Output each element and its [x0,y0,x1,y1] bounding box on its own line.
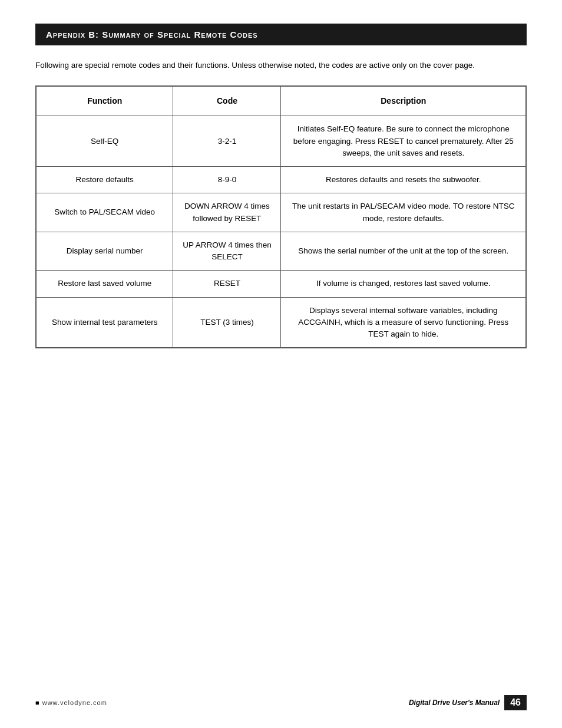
cell-description-1: Restores defaults and resets the subwoof… [281,167,526,193]
footer-website: www.velodyne.com [35,699,107,706]
remote-codes-table: Function Code Description Self-EQ3-2-1In… [35,85,527,348]
cell-function-1: Restore defaults [36,167,173,193]
cell-function-0: Self-EQ [36,116,173,167]
table-row: Restore defaults8-9-0Restores defaults a… [36,167,526,193]
cell-function-3: Display serial number [36,232,173,271]
table-row: Show internal test parametersTEST (3 tim… [36,297,526,348]
cell-function-5: Show internal test parameters [36,297,173,348]
column-header-description: Description [281,86,526,116]
cell-code-2: DOWN ARROW 4 times followed by RESET [173,193,281,232]
cell-description-5: Displays several internal software varia… [281,297,526,348]
appendix-title: Appendix B: Summary of Special Remote Co… [46,29,258,39]
intro-paragraph: Following are special remote codes and t… [35,60,527,71]
page-footer: www.velodyne.com Digital Drive User's Ma… [35,695,527,710]
cell-description-3: Shows the serial number of the unit at t… [281,232,526,271]
cell-code-0: 3-2-1 [173,116,281,167]
cell-code-4: RESET [173,271,281,297]
column-header-function: Function [36,86,173,116]
cell-description-2: The unit restarts in PAL/SECAM video mod… [281,193,526,232]
cell-function-2: Switch to PAL/SECAM video [36,193,173,232]
appendix-header: Appendix B: Summary of Special Remote Co… [35,24,527,45]
table-row: Restore last saved volumeRESETIf volume … [36,271,526,297]
column-header-code: Code [173,86,281,116]
cell-code-5: TEST (3 times) [173,297,281,348]
cell-description-0: Initiates Self-EQ feature. Be sure to co… [281,116,526,167]
cell-description-4: If volume is changed, restores last save… [281,271,526,297]
table-row: Self-EQ3-2-1Initiates Self-EQ feature. B… [36,116,526,167]
footer-manual-title: Digital Drive User's Manual [409,699,500,707]
table-header-row: Function Code Description [36,86,526,116]
page-container: Appendix B: Summary of Special Remote Co… [0,0,562,728]
footer-page-number: 46 [504,695,527,710]
cell-function-4: Restore last saved volume [36,271,173,297]
cell-code-3: UP ARROW 4 times then SELECT [173,232,281,271]
table-row: Switch to PAL/SECAM videoDOWN ARROW 4 ti… [36,193,526,232]
table-row: Display serial numberUP ARROW 4 times th… [36,232,526,271]
footer-right-section: Digital Drive User's Manual 46 [409,695,527,710]
cell-code-1: 8-9-0 [173,167,281,193]
